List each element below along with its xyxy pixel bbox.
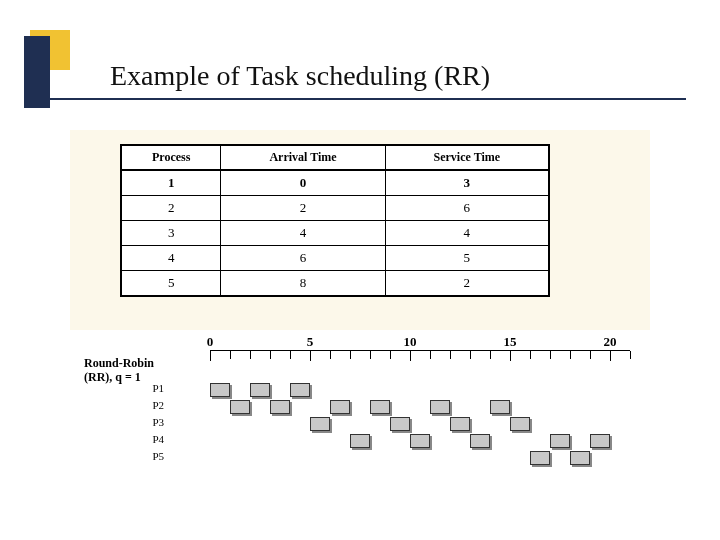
gantt-segment xyxy=(590,434,610,448)
axis-ticks xyxy=(210,350,630,361)
gantt-row: P2 xyxy=(170,399,630,416)
table-cell: 3 xyxy=(385,170,549,196)
table-cell: 6 xyxy=(385,196,549,221)
gantt-segment xyxy=(550,434,570,448)
gantt-segment xyxy=(210,383,230,397)
gantt-segment xyxy=(270,400,290,414)
col-service: Service Time xyxy=(385,145,549,170)
table-cell: 5 xyxy=(385,246,549,271)
table-row: 582 xyxy=(121,271,549,297)
col-process: Process xyxy=(121,145,221,170)
gantt-row-label: P4 xyxy=(152,433,164,445)
table-row: 344 xyxy=(121,221,549,246)
algorithm-label: Round-Robin (RR), q = 1 xyxy=(84,356,154,384)
col-arrival: Arrival Time xyxy=(221,145,385,170)
axis-label: 20 xyxy=(604,334,617,350)
axis-major-labels: 05101520 xyxy=(210,334,630,348)
axis-label: 5 xyxy=(307,334,314,350)
gantt-segment xyxy=(470,434,490,448)
gantt-segment xyxy=(410,434,430,448)
gantt-chart: 05101520 Round-Robin (RR), q = 1 P1P2P3P… xyxy=(70,330,650,500)
table-cell: 0 xyxy=(221,170,385,196)
table-row: 465 xyxy=(121,246,549,271)
axis-label: 10 xyxy=(404,334,417,350)
page-title: Example of Task scheduling (RR) xyxy=(110,60,490,92)
table-cell: 6 xyxy=(221,246,385,271)
algo-line2: (RR), q = 1 xyxy=(84,370,141,384)
table-cell: 1 xyxy=(121,170,221,196)
gantt-row: P3 xyxy=(170,416,630,433)
gantt-row-label: P2 xyxy=(152,399,164,411)
gantt-segment xyxy=(510,417,530,431)
table-cell: 4 xyxy=(385,221,549,246)
gantt-segment xyxy=(390,417,410,431)
gantt-segment xyxy=(570,451,590,465)
header-ornament xyxy=(24,30,94,130)
gantt-segment xyxy=(250,383,270,397)
table-row: 103 xyxy=(121,170,549,196)
table-cell: 4 xyxy=(221,221,385,246)
gantt-segment xyxy=(230,400,250,414)
gantt-segment xyxy=(530,451,550,465)
table-row: 226 xyxy=(121,196,549,221)
gantt-segment xyxy=(370,400,390,414)
gantt-row: P5 xyxy=(170,450,630,467)
content-panel: Process Arrival Time Service Time 103226… xyxy=(70,130,650,500)
table-cell: 2 xyxy=(121,196,221,221)
gantt-segment xyxy=(330,400,350,414)
gantt-row: P4 xyxy=(170,433,630,450)
gantt-row-label: P1 xyxy=(152,382,164,394)
header-divider xyxy=(34,98,686,100)
table-cell: 4 xyxy=(121,246,221,271)
table-cell: 8 xyxy=(221,271,385,297)
process-table: Process Arrival Time Service Time 103226… xyxy=(120,144,550,297)
table-cell: 2 xyxy=(221,196,385,221)
axis-label: 0 xyxy=(207,334,214,350)
axis-label: 15 xyxy=(504,334,517,350)
gantt-segment xyxy=(310,417,330,431)
gantt-rows: P1P2P3P4P5 xyxy=(170,382,630,467)
algo-line1: Round-Robin xyxy=(84,356,154,370)
table-cell: 5 xyxy=(121,271,221,297)
gantt-segment xyxy=(430,400,450,414)
table-cell: 2 xyxy=(385,271,549,297)
table-header-row: Process Arrival Time Service Time xyxy=(121,145,549,170)
gantt-segment xyxy=(290,383,310,397)
gantt-segment xyxy=(350,434,370,448)
gantt-row-label: P3 xyxy=(152,416,164,428)
table-cell: 3 xyxy=(121,221,221,246)
gantt-row: P1 xyxy=(170,382,630,399)
bullet-square xyxy=(14,108,34,118)
gantt-row-label: P5 xyxy=(152,450,164,462)
gantt-segment xyxy=(490,400,510,414)
gantt-segment xyxy=(450,417,470,431)
